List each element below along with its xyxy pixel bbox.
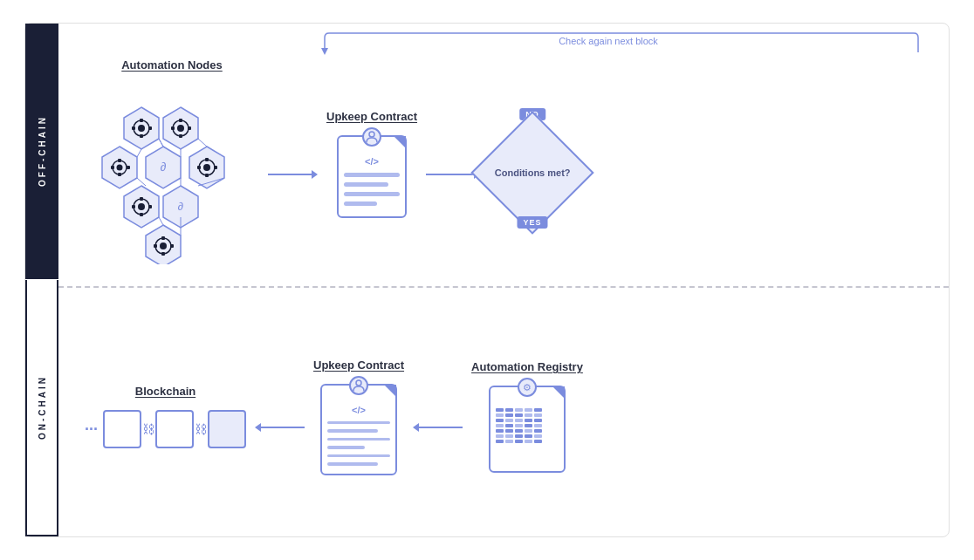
arrow-head (312, 170, 318, 179)
arrow-contract-to-blockchain (255, 423, 305, 432)
diamond-wrapper: NO Conditions met? YES (489, 120, 576, 216)
svg-rect-20 (188, 126, 191, 130)
main-content: Check again next block Automation Nodes (58, 24, 949, 536)
reg-row-2 (496, 413, 559, 417)
svg-rect-36 (140, 197, 143, 201)
svg-line-51 (198, 139, 207, 147)
doc-line-5 (327, 421, 390, 425)
svg-point-42 (160, 242, 167, 249)
doc-line-1 (344, 173, 400, 177)
svg-rect-44 (161, 252, 165, 256)
check-again-text: Check again next block (559, 36, 658, 46)
svg-rect-13 (132, 126, 135, 130)
svg-line-49 (159, 139, 163, 147)
svg-rect-24 (118, 173, 121, 176)
conditions-group: NO Conditions met? YES (489, 112, 576, 216)
doc-avatar-offchain (362, 127, 381, 147)
svg-rect-31 (205, 174, 209, 177)
svg-rect-19 (171, 126, 175, 130)
svg-rect-23 (118, 159, 121, 162)
side-labels: OFF-CHAIN ON-CHAIN (25, 24, 58, 536)
doc-line-3 (344, 192, 400, 196)
arrow-line (268, 174, 312, 175)
off-chain-row: Automation Nodes (85, 41, 914, 269)
blockchain-group: Blockchain ··· ⛓ ⛓ (85, 385, 246, 448)
yes-badge: YES (518, 216, 548, 229)
link-1: ⛓ (142, 422, 154, 436)
upkeep-contract-offchain-icon: </> (337, 135, 407, 218)
automation-registry-icon: ⚙ (489, 386, 566, 473)
svg-point-35 (138, 203, 145, 210)
upkeep-contract-offchain-label: Upkeep Contract (326, 110, 417, 123)
automation-nodes-icon: ∂ (85, 77, 259, 269)
svg-rect-14 (148, 126, 152, 130)
reg-gear-icon: ⚙ (518, 378, 537, 397)
upkeep-contract-onchain-icon: </> (320, 384, 397, 475)
svg-rect-46 (170, 244, 174, 248)
svg-rect-11 (140, 119, 143, 122)
svg-rect-25 (111, 166, 114, 169)
block-2 (155, 410, 194, 448)
svg-rect-12 (140, 134, 143, 138)
svg-rect-30 (205, 158, 209, 161)
reg-row-4 (496, 424, 559, 427)
svg-rect-18 (179, 134, 182, 138)
svg-point-10 (138, 125, 145, 132)
svg-text:∂: ∂ (178, 200, 183, 213)
reg-row-7 (496, 440, 559, 443)
upkeep-contract-onchain-group: Upkeep Contract </> (313, 359, 404, 475)
doc-line-6 (327, 429, 378, 433)
diagram-wrapper: OFF-CHAIN ON-CHAIN Check again next bloc… (24, 23, 950, 537)
blockchain-icon: ··· ⛓ ⛓ (85, 410, 246, 448)
svg-rect-17 (179, 119, 182, 122)
upkeep-contract-onchain-label: Upkeep Contract (313, 359, 404, 372)
doc-code-onchain: </> (327, 405, 390, 415)
svg-line-55 (159, 217, 163, 225)
arrow-line-2 (426, 174, 474, 175)
doc-line-7 (327, 438, 390, 441)
svg-line-52 (137, 178, 146, 186)
doc-line-9 (327, 454, 390, 458)
automation-registry-label: Automation Registry (471, 360, 583, 373)
reg-row-1 (496, 408, 559, 412)
svg-rect-38 (132, 205, 135, 208)
doc-line-8 (327, 446, 365, 449)
automation-nodes-label: Automation Nodes (121, 58, 223, 72)
off-chain-label-bg: OFF-CHAIN (25, 24, 58, 280)
arrow-line-onchain-2 (419, 427, 463, 428)
doc-line-10 (327, 462, 378, 466)
svg-rect-39 (148, 205, 152, 208)
doc-line-4 (344, 201, 377, 206)
upkeep-contract-offchain-group: Upkeep Contract </> (326, 110, 417, 218)
svg-point-22 (117, 165, 123, 171)
doc-line-2 (344, 182, 388, 187)
block-3 (208, 410, 246, 448)
reg-table (496, 408, 559, 445)
reg-row-3 (496, 419, 559, 422)
arrow-head-left (255, 423, 261, 432)
check-again-text-label: Check again next block (320, 32, 896, 48)
automation-nodes-group: Automation Nodes (85, 58, 259, 269)
reg-row-6 (496, 434, 559, 438)
svg-rect-37 (140, 213, 143, 216)
reg-row-5 (496, 429, 559, 433)
arrow-line-onchain-1 (261, 427, 305, 428)
doc-code-offchain: </> (344, 156, 400, 167)
svg-rect-45 (154, 244, 157, 248)
svg-point-58 (356, 380, 361, 386)
ellipsis: ··· (85, 420, 98, 439)
conditions-text: Conditions met? (495, 166, 571, 178)
on-chain-row: Blockchain ··· ⛓ ⛓ (85, 305, 914, 519)
svg-point-29 (203, 164, 210, 171)
arrow-nodes-to-contract (268, 170, 318, 179)
off-chain-label: OFF-CHAIN (38, 115, 47, 187)
svg-rect-43 (161, 236, 165, 240)
svg-point-16 (177, 125, 184, 132)
hex-network-svg: ∂ (93, 103, 250, 264)
on-chain-label: ON-CHAIN (38, 375, 47, 440)
blockchain-label: Blockchain (135, 385, 195, 398)
svg-rect-33 (214, 166, 217, 169)
svg-text:∂: ∂ (161, 160, 167, 174)
arrow-head-left-2 (413, 423, 419, 432)
block-1 (103, 410, 141, 448)
